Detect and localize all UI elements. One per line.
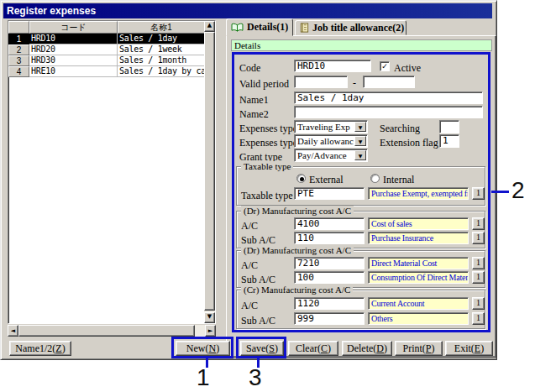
valid-period-to-input[interactable] xyxy=(363,76,415,88)
ac-label: A/C xyxy=(241,300,258,312)
ac-desc-field: Current Account xyxy=(368,297,469,310)
extension-flag-label: Extension flag xyxy=(380,137,438,149)
scroll-down-icon[interactable]: ▼ xyxy=(204,312,215,323)
ac-label: A/C xyxy=(241,220,258,233)
subac-desc-field: Others xyxy=(368,312,469,325)
row-name[interactable]: Sales / 1week xyxy=(118,44,205,55)
row-code[interactable]: HRE10 xyxy=(29,66,118,77)
expenses-type2-select[interactable]: Daily allowance ▼ xyxy=(294,134,368,148)
ac-label: A/C xyxy=(241,259,258,272)
tab-details[interactable]: Details(1) xyxy=(226,18,293,36)
scroll-up-icon[interactable]: ▲ xyxy=(204,21,215,32)
row-number: 4 xyxy=(8,66,29,77)
expenses-type1-select[interactable]: Traveling Exp ▼ xyxy=(294,120,368,133)
subac-lookup-button[interactable]: 1 xyxy=(472,232,485,244)
callout-number-3: 3 xyxy=(249,366,262,389)
row-code[interactable]: HRD30 xyxy=(29,55,118,66)
cr-group-legend: (Cr) Manufacturing cost A/C xyxy=(241,285,353,295)
name1-input[interactable]: Sales / 1day xyxy=(294,91,483,104)
list-row-hrd20[interactable]: 2 HRD20 Sales / 1week xyxy=(8,44,215,55)
taxable-type-input[interactable]: PTE xyxy=(294,187,365,200)
print-button[interactable]: Print(P) xyxy=(395,341,443,356)
subac-lookup-button[interactable]: 1 xyxy=(472,271,485,284)
row-name[interactable]: Sales / 1month xyxy=(118,55,205,66)
code-input[interactable]: HRD10 xyxy=(294,60,371,72)
row-name[interactable]: Sales / 1day xyxy=(118,34,205,44)
vscroll-thumb[interactable] xyxy=(204,32,215,311)
column-header-rownum[interactable] xyxy=(8,21,29,34)
name12-button[interactable]: Name1/2(Z) xyxy=(9,341,71,356)
extension-flag-input[interactable]: 1 xyxy=(439,134,459,148)
scroll-right-icon[interactable]: ► xyxy=(205,325,216,337)
new-button[interactable]: New(N) xyxy=(176,341,230,356)
row-number: 3 xyxy=(8,55,29,66)
subac-input[interactable]: 100 xyxy=(294,271,365,284)
chevron-down-icon[interactable]: ▼ xyxy=(354,136,366,146)
hscroll-thumb[interactable] xyxy=(18,325,195,337)
column-header-name1[interactable]: 名称1 xyxy=(118,21,205,34)
tab-job-title-allowance[interactable]: Job title allowance(2) xyxy=(295,20,406,35)
searching-label: Searching xyxy=(380,123,420,135)
list-vertical-scrollbar[interactable]: ▲ ▼ xyxy=(204,21,215,323)
expenses-type2-label: Expenses type xyxy=(239,137,297,149)
save-button[interactable]: Save(S) xyxy=(240,341,284,356)
subac-lookup-button[interactable]: 1 xyxy=(472,312,485,325)
name2-input[interactable] xyxy=(294,106,483,118)
row-code[interactable]: HRD20 xyxy=(29,44,118,55)
register-expenses-window: Register expenses コード 名称1 1 HRD10 Sales … xyxy=(0,0,497,360)
external-radio[interactable] xyxy=(296,174,306,183)
subac-label: Sub A/C xyxy=(241,315,275,327)
callout-number-2: 2 xyxy=(511,179,525,202)
ac-input[interactable]: 7210 xyxy=(294,257,365,269)
chevron-down-icon[interactable]: ▼ xyxy=(354,122,366,132)
dr-group2-legend: (Dr) Manufacturing cost A/C xyxy=(241,245,354,255)
ac-lookup-button[interactable]: 1 xyxy=(472,257,485,269)
details-section-title: Details xyxy=(234,40,260,50)
list-row-hrd30[interactable]: 3 HRD30 Sales / 1month xyxy=(8,55,215,66)
expenses-type2-value: Daily allowance xyxy=(297,136,354,147)
callout-number-1: 1 xyxy=(197,366,210,389)
list-row-hre10[interactable]: 4 HRE10 Sales / 1day by car xyxy=(8,66,215,77)
chevron-down-icon[interactable]: ▼ xyxy=(354,150,366,160)
active-label: Active xyxy=(394,62,421,75)
valid-period-from-input[interactable] xyxy=(294,76,348,88)
subac-desc-field: Purchase Insurance xyxy=(368,232,469,244)
taxable-type-label: Taxable type xyxy=(241,190,292,202)
expenses-type1-label: Expenses type xyxy=(239,123,297,135)
ac-input[interactable]: 4100 xyxy=(294,217,365,230)
external-radio-label[interactable]: External xyxy=(309,174,344,186)
ac-lookup-button[interactable]: 1 xyxy=(472,297,485,310)
list-horizontal-scrollbar[interactable]: ◄ ► xyxy=(8,325,216,337)
taxable-type-desc-field: Purchase Exempt, exempted from xyxy=(368,187,469,200)
subac-input[interactable]: 999 xyxy=(294,312,365,325)
expenses-list[interactable]: コード 名称1 1 HRD10 Sales / 1day 2 HRD20 Sal… xyxy=(8,20,216,324)
checkmark-icon: ✓ xyxy=(381,62,388,71)
row-name[interactable]: Sales / 1day by car xyxy=(118,66,205,77)
searching-input[interactable] xyxy=(439,120,459,133)
ac-lookup-button[interactable]: 1 xyxy=(472,217,485,230)
row-code[interactable]: HRD10 xyxy=(29,34,118,44)
tab-job-label: Job title allowance(2) xyxy=(312,22,404,34)
taxable-lookup-button[interactable]: 1 xyxy=(472,187,485,200)
details-section-header: Details xyxy=(231,39,492,51)
grant-type-select[interactable]: Pay/Advance ▼ xyxy=(294,149,368,162)
subac-input[interactable]: 110 xyxy=(294,232,365,244)
ac-desc-field: Direct Material Cost xyxy=(368,257,469,269)
name2-label: Name2 xyxy=(239,108,269,121)
taxable-type-legend: Taxable type xyxy=(241,161,293,171)
notebook-icon xyxy=(300,23,309,33)
internal-radio-label[interactable]: Internal xyxy=(383,174,414,186)
dr-group1-legend: (Dr) Manufacturing cost A/C xyxy=(241,206,354,216)
delete-button[interactable]: Delete(D) xyxy=(342,341,392,356)
active-checkbox[interactable]: ✓ xyxy=(380,61,390,71)
window-title: Register expenses xyxy=(7,5,96,17)
screenshot-page: Register expenses コード 名称1 1 HRD10 Sales … xyxy=(0,0,535,392)
internal-radio[interactable] xyxy=(370,174,380,183)
ac-input[interactable]: 1120 xyxy=(294,297,365,310)
list-header-row: コード 名称1 xyxy=(8,21,215,34)
clear-button[interactable]: Clear(C) xyxy=(288,341,338,356)
list-row-hrd10[interactable]: 1 HRD10 Sales / 1day xyxy=(8,34,215,44)
scroll-left-icon[interactable]: ◄ xyxy=(8,325,18,337)
exit-button[interactable]: Exit(E) xyxy=(445,341,493,356)
column-header-code[interactable]: コード xyxy=(29,21,118,34)
